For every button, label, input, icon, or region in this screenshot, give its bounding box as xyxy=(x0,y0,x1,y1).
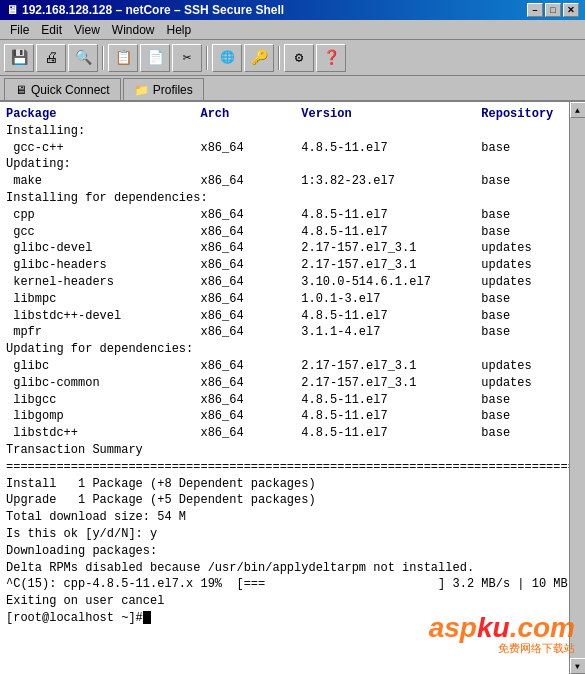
watermark: aspku.com xyxy=(429,612,575,644)
toolbar-sep3 xyxy=(278,46,280,70)
toolbar: 💾 🖨 🔍 📋 📄 ✂ 🌐 🔑 ⚙ ❓ xyxy=(0,40,585,76)
toolbar-save-btn[interactable]: 💾 xyxy=(4,44,34,72)
quick-connect-icon: 🖥 xyxy=(15,83,27,97)
toolbar-key-btn[interactable]: 🔑 xyxy=(244,44,274,72)
scroll-down-button[interactable]: ▼ xyxy=(570,658,586,674)
terminal-line: libmpc x86_64 1.0.1-3.el7 base 51 k xyxy=(6,291,563,308)
menu-edit[interactable]: Edit xyxy=(35,21,68,39)
terminal-line: gcc-c++ x86_64 4.8.5-11.el7 base 7.2 M xyxy=(6,140,563,157)
toolbar-cut-btn[interactable]: ✂ xyxy=(172,44,202,72)
toolbar-copy-btn[interactable]: 📋 xyxy=(108,44,138,72)
terminal-line: libgomp x86_64 4.8.5-11.el7 base 152 k xyxy=(6,408,563,425)
tab-profiles-label: Profiles xyxy=(153,83,193,97)
terminal-line: Installing for dependencies: xyxy=(6,190,563,207)
toolbar-search-btn[interactable]: 🔍 xyxy=(68,44,98,72)
maximize-button[interactable]: □ xyxy=(545,3,561,17)
menu-view[interactable]: View xyxy=(68,21,106,39)
tab-quick-connect[interactable]: 🖥 Quick Connect xyxy=(4,78,121,100)
cursor xyxy=(143,611,151,624)
terminal-line: Updating: xyxy=(6,156,563,173)
terminal-line: Installing: xyxy=(6,123,563,140)
title-bar-controls: – □ ✕ xyxy=(527,3,579,17)
watermark-sub: 免费网络下载站 xyxy=(498,641,575,656)
terminal-line: Package Arch Version Repository Size xyxy=(6,106,563,123)
terminal-line: Is this ok [y/d/N]: y xyxy=(6,526,563,543)
toolbar-print-btn[interactable]: 🖨 xyxy=(36,44,66,72)
terminal-line: glibc-headers x86_64 2.17-157.el7_3.1 up… xyxy=(6,257,563,274)
minimize-button[interactable]: – xyxy=(527,3,543,17)
close-button[interactable]: ✕ xyxy=(563,3,579,17)
terminal-line: gcc x86_64 4.8.5-11.el7 base 16 M xyxy=(6,224,563,241)
scrollbar-vertical[interactable]: ▲ ▼ xyxy=(569,102,585,674)
terminal-line: glibc-devel x86_64 2.17-157.el7_3.1 upda… xyxy=(6,240,563,257)
menu-help[interactable]: Help xyxy=(161,21,198,39)
window-title: 192.168.128.128 – netCore – SSH Secure S… xyxy=(22,3,284,17)
toolbar-paste-btn[interactable]: 📄 xyxy=(140,44,170,72)
terminal-line: ^C(15): cpp-4.8.5-11.el7.x 19% [=== ] 3.… xyxy=(6,576,563,593)
terminal-line: Exiting on user cancel xyxy=(6,593,563,610)
terminal-line: Total download size: 54 M xyxy=(6,509,563,526)
terminal-line: glibc x86_64 2.17-157.el7_3.1 updates 3.… xyxy=(6,358,563,375)
window: 🖥 192.168.128.128 – netCore – SSH Secure… xyxy=(0,0,585,674)
terminal[interactable]: Package Arch Version Repository SizeInst… xyxy=(0,102,569,674)
app-icon: 🖥 xyxy=(6,3,18,17)
terminal-line: cpp x86_64 4.8.5-11.el7 base 5.9 M xyxy=(6,207,563,224)
terminal-line: Transaction Summary xyxy=(6,442,563,459)
toolbar-sep1 xyxy=(102,46,104,70)
title-bar: 🖥 192.168.128.128 – netCore – SSH Secure… xyxy=(0,0,585,20)
menu-bar: File Edit View Window Help xyxy=(0,20,585,40)
terminal-line: Upgrade 1 Package (+5 Dependent packages… xyxy=(6,492,563,509)
terminal-line: Delta RPMs disabled because /usr/bin/app… xyxy=(6,560,563,577)
profiles-icon: 📁 xyxy=(134,83,149,97)
terminal-line: make x86_64 1:3.82-23.el7 base 420 k xyxy=(6,173,563,190)
terminal-line: Install 1 Package (+8 Dependent packages… xyxy=(6,476,563,493)
terminal-line: libstdc++ x86_64 4.8.5-11.el7 base 300 k xyxy=(6,425,563,442)
terminal-line: Downloading packages: xyxy=(6,543,563,560)
scroll-up-button[interactable]: ▲ xyxy=(570,102,586,118)
toolbar-help-btn[interactable]: ❓ xyxy=(316,44,346,72)
terminal-line: Updating for dependencies: xyxy=(6,341,563,358)
scroll-track[interactable] xyxy=(570,118,585,658)
title-bar-left: 🖥 192.168.128.128 – netCore – SSH Secure… xyxy=(6,3,284,17)
toolbar-settings-btn[interactable]: ⚙ xyxy=(284,44,314,72)
terminal-line: ========================================… xyxy=(6,459,563,476)
menu-window[interactable]: Window xyxy=(106,21,161,39)
terminal-line: libgcc x86_64 4.8.5-11.el7 base 97 k xyxy=(6,392,563,409)
terminal-line: mpfr x86_64 3.1.1-4.el7 base 203 k xyxy=(6,324,563,341)
toolbar-sep2 xyxy=(206,46,208,70)
terminal-container: Package Arch Version Repository SizeInst… xyxy=(0,102,585,674)
terminal-line: glibc-common x86_64 2.17-157.el7_3.1 upd… xyxy=(6,375,563,392)
terminal-line: libstdc++-devel x86_64 4.8.5-11.el7 base… xyxy=(6,308,563,325)
menu-file[interactable]: File xyxy=(4,21,35,39)
toolbar-connect-btn[interactable]: 🌐 xyxy=(212,44,242,72)
tab-profiles[interactable]: 📁 Profiles xyxy=(123,78,204,100)
terminal-line: kernel-headers x86_64 3.10.0-514.6.1.el7… xyxy=(6,274,563,291)
tab-bar: 🖥 Quick Connect 📁 Profiles xyxy=(0,76,585,102)
tab-quick-connect-label: Quick Connect xyxy=(31,83,110,97)
